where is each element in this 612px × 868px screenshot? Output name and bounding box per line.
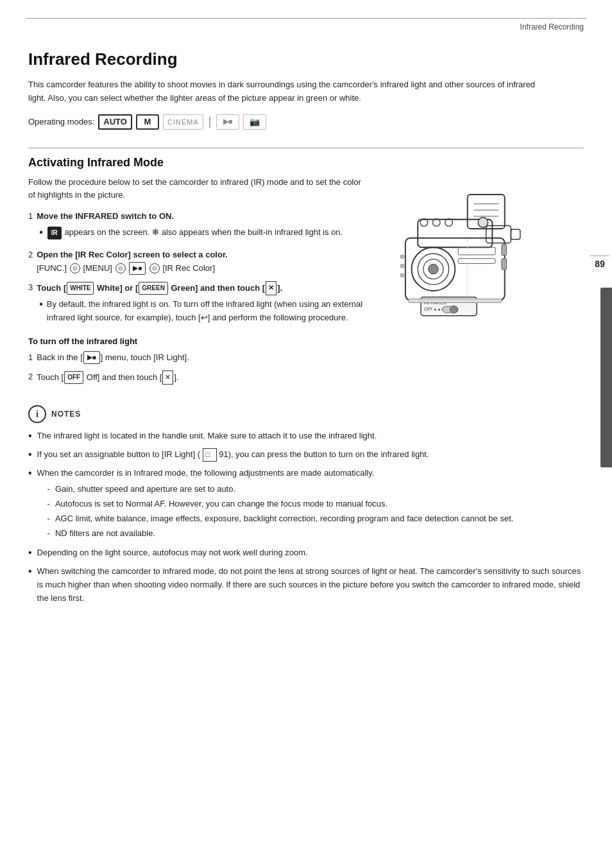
note-bullet-4: • [28,546,32,560]
step-1-bullets: • IR appears on the screen. ✻ also appea… [37,226,368,239]
note-item-3: • When the camcorder is in Infrared mode… [28,467,584,541]
page-title: Infrared Recording [28,49,584,69]
svg-rect-25 [409,299,502,302]
step-1-num: 1 [28,210,33,242]
subsection-title: To turn off the infrared light [28,336,368,346]
off-badge: OFF [64,371,83,384]
func-circle-2: ⊙ [115,263,126,273]
bullet-dot: • [39,226,43,239]
note-text-1: The infrared light is located in the han… [37,430,584,443]
note-text-5: When switching the camcorder to infrared… [37,565,584,605]
svg-rect-12 [502,258,507,269]
note-bullet-5: • [28,565,32,605]
image-col: INFRARED OFF ● ● ON [381,176,541,391]
dash-item-4: ND filters are not available. [47,527,584,541]
menu-badge-2: ▶■ [83,351,100,364]
sub-step-1-num: 1 [28,351,33,365]
sub-step-1-text: Back in the [▶■] menu, touch [IR Light]. [37,352,189,362]
mode-photo: 📷 [243,114,266,130]
mode-separator: | [208,115,212,128]
page-container: Infrared Recording 89 Infrared Recording… [0,18,612,868]
subsection-steps: 1 Back in the [▶■] menu, touch [IR Light… [28,351,368,385]
mode-auto: AUTO [98,114,132,130]
section1-rule [28,148,584,148]
x-mark-2: ✕ [162,370,173,385]
page-number-bar: 89 [588,256,612,272]
note-3-dash-list: Gain, shutter speed and aperture are set… [37,483,584,540]
dash-item-1: Gain, shutter speed and aperture are set… [47,483,584,496]
dash-item-2: Autofocus is set to Normal AF. However, … [47,498,584,511]
x-mark: ✕ [266,281,276,295]
note-item-5: • When switching the camcorder to infrar… [28,565,584,605]
svg-rect-8 [511,229,520,239]
svg-point-24 [450,306,458,313]
info-circle-icon: i [28,405,46,423]
note-bullet-2: • [28,448,32,462]
white-badge: WHITE [67,282,94,295]
sub-step-2-content: Touch [OFF Off] and then touch [✕]. [37,370,368,385]
menu-badge: ▶■ [129,262,146,275]
note-item-4: • Depending on the light source, autofoc… [28,546,584,560]
step-1-bullet-text: IR appears on the screen. ✻ also appears… [47,226,343,239]
two-col-layout: Follow the procedure below to set the ca… [28,176,584,391]
step-1-content: Move the INFRARED switch to ON. • IR app… [37,210,368,242]
step-3-bullet-1: • By default, the infrared light is on. … [39,298,368,325]
note-bullet-1: • [28,430,32,443]
notes-header: i NOTES [28,405,584,423]
sub-step-2: 2 Touch [OFF Off] and then touch [✕]. [28,370,368,385]
page-ref-badge: □ [203,448,217,462]
page-number: 89 [588,256,612,272]
notes-section: i NOTES • The infrared light is located … [28,405,584,605]
ir-badge: IR [47,227,62,239]
note-text-4: Depending on the light source, autofocus… [37,546,584,560]
bullet-dot-2: • [39,298,43,325]
step-1: 1 Move the INFRARED switch to ON. • IR a… [28,210,368,242]
svg-point-6 [429,264,438,273]
step-1-bullet-1: • IR appears on the screen. ✻ also appea… [39,226,368,239]
mode-cinema: CINEMA [163,114,203,130]
subsection-title-text: To turn off the infrared light [28,336,137,346]
note-item-2: • If you set an assignable button to [IR… [28,448,584,462]
sub-step-2-text: Touch [OFF Off] and then touch [✕]. [37,372,178,382]
step-2-content: Open the [IR Rec Color] screen to select… [37,248,368,275]
notes-list: • The infrared light is located in the h… [28,430,584,605]
svg-point-27 [400,264,404,268]
note-item-1: • The infrared light is located in the h… [28,430,584,443]
svg-point-16 [478,217,488,227]
step-2-text: Open the [IR Rec Color] screen to select… [37,250,228,259]
step-3-bullets: • By default, the infrared light is on. … [37,298,368,325]
note-text-2: If you set an assignable button to [IR L… [37,448,584,462]
func-circle-1: ⊙ [70,263,80,273]
camcorder-illustration: INFRARED OFF ● ● ON [384,176,538,369]
steps-list: 1 Move the INFRARED switch to ON. • IR a… [28,210,368,327]
svg-rect-11 [502,244,507,255]
mode-m: M [136,114,159,130]
func-circle-3: ⊙ [149,263,160,273]
text-col: Follow the procedure below to set the ca… [28,176,368,391]
note-bullet-3: • [28,467,32,541]
dash-text-2: Autofocus is set to Normal AF. However, … [55,498,387,511]
step-2: 2 Open the [IR Rec Color] screen to sele… [28,248,368,275]
sidebar-accent-bar [600,288,612,467]
step-3-bullet-text: By default, the infrared light is on. To… [47,298,368,325]
svg-point-28 [400,273,404,277]
dash-text-4: ND filters are not available. [55,527,155,541]
note-text-3: When the camcorder is in Infrared mode, … [37,467,584,541]
step-3-text: Touch [WHITE White] or [GREEN Green] and… [37,283,282,293]
section1-title: Activating Infrared Mode [28,156,584,169]
svg-point-26 [400,254,404,258]
note-3-main: When the camcorder is in Infrared mode, … [37,468,375,478]
notes-label: NOTES [51,410,81,419]
operating-modes-label: Operating modes: [28,117,94,126]
step-1-text: Move the INFRARED switch to ON. [37,211,174,221]
step-2-num: 2 [28,248,33,275]
step-3-content: Touch [WHITE White] or [GREEN Green] and… [37,281,368,327]
dash-item-3: AGC limit, white balance, image effects,… [47,512,584,526]
main-content: Infrared Recording This camcorder featur… [0,31,612,630]
sub-step-2-num: 2 [28,370,33,385]
dash-text-3: AGC limit, white balance, image effects,… [55,512,513,526]
operating-modes-row: Operating modes: AUTO M CINEMA | ▶■ 📷 [28,114,584,130]
sub-step-1: 1 Back in the [▶■] menu, touch [IR Light… [28,351,368,365]
page-header: Infrared Recording [0,19,612,31]
header-title: Infrared Recording [520,22,584,31]
